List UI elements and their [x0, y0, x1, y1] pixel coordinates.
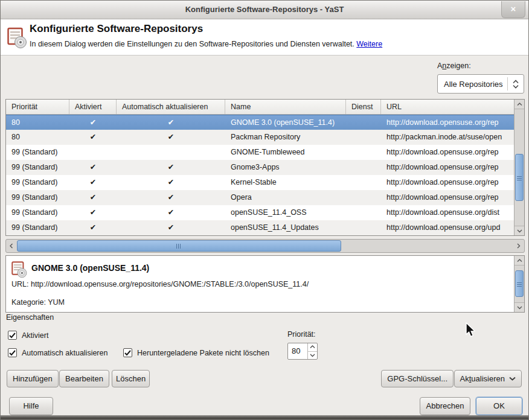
url-cell: http://download.opensuse.org/rep	[381, 115, 514, 130]
priority-cell: 99 (Standard)	[6, 220, 69, 235]
table-horizontal-scrollbar[interactable]	[5, 239, 525, 253]
scroll-up-icon[interactable]	[515, 100, 524, 109]
close-icon[interactable]: ×	[501, 1, 525, 18]
service-cell	[346, 145, 381, 160]
service-cell	[346, 130, 381, 145]
yast-repositories-window: Konfigurierte Software-Repositorys - YaS…	[0, 0, 529, 420]
column-header-enabled[interactable]: Aktiviert	[69, 100, 117, 114]
column-header-name[interactable]: Name	[225, 100, 346, 114]
enabled-check-icon: ✔	[69, 190, 117, 205]
priority-cell: 80	[6, 130, 69, 145]
scrollbar-thumb[interactable]	[515, 270, 524, 297]
enabled-check-icon: ✔	[69, 160, 117, 175]
url-cell: http://packman.inode.at/suse/open	[381, 130, 514, 145]
column-header-autorefresh[interactable]: Automatisch aktualisieren	[117, 100, 225, 114]
repository-icon	[11, 260, 28, 278]
checkbox-checked-icon[interactable]	[123, 348, 132, 357]
delete-button[interactable]: Löschen	[112, 370, 150, 387]
url-cell: http://download.opensuse.org/rep	[381, 175, 514, 190]
priority-cell: 80	[6, 115, 69, 130]
name-cell: openSUSE_11.4_OSS	[225, 205, 346, 220]
scroll-up-icon[interactable]	[515, 256, 524, 266]
window-title: Konfigurierte Software-Repositorys - YaS…	[1, 1, 528, 19]
scroll-left-icon[interactable]	[6, 240, 17, 252]
scroll-down-icon[interactable]	[515, 302, 524, 312]
column-header-url[interactable]: URL	[381, 100, 514, 114]
checkbox-checked-icon[interactable]	[8, 331, 17, 340]
column-header-priority[interactable]: Priorität	[6, 100, 69, 114]
repository-table: Priorität Aktiviert Automatisch aktualis…	[5, 99, 525, 236]
priority-label: Priorität:	[287, 330, 316, 339]
service-cell	[346, 220, 381, 235]
priority-value[interactable]: 80	[288, 343, 307, 359]
checkbox-checked-icon[interactable]	[8, 348, 17, 357]
dialog-header: Konfigurierte Software-Repositorys In di…	[1, 19, 528, 56]
table-row[interactable]: 80 ✔ ✔ Packman Repository http://packman…	[6, 130, 514, 145]
titlebar[interactable]: Konfigurierte Software-Repositorys - YaS…	[1, 1, 528, 19]
autorefresh-check-icon: ✔	[117, 160, 225, 175]
repository-icon	[7, 26, 28, 49]
autorefresh-check-icon: ✔	[117, 115, 225, 130]
priority-cell: 99 (Standard)	[6, 175, 69, 190]
page-description: In diesem Dialog werden die Einstellunge…	[30, 40, 382, 48]
repository-details-panel: GNOME 3.0 (openSUSE_11.4) URL: http://do…	[5, 255, 525, 313]
scroll-right-icon[interactable]	[513, 240, 524, 252]
scrollbar-thumb[interactable]	[515, 154, 524, 201]
autorefresh-check-icon	[117, 145, 225, 160]
priority-spinner[interactable]: 80	[287, 343, 318, 360]
priority-cell: 99 (Standard)	[6, 205, 69, 220]
table-header: Priorität Aktiviert Automatisch aktualis…	[6, 100, 514, 115]
weitere-link[interactable]: Weitere	[356, 40, 382, 48]
autorefresh-check-icon: ✔	[117, 175, 225, 190]
priority-cell: 99 (Standard)	[6, 160, 69, 175]
enabled-check-icon: ✔	[69, 115, 117, 130]
table-row[interactable]: 99 (Standard) ✔ ✔ Gnome3-Apps http://dow…	[6, 160, 514, 175]
enabled-check-icon: ✔	[69, 220, 117, 235]
table-row[interactable]: 80 ✔ ✔ GNOME 3.0 (openSUSE_11.4) http://…	[6, 115, 514, 130]
scroll-down-icon[interactable]	[515, 226, 524, 235]
filter-selected-value: Alle Repositories	[438, 80, 507, 89]
filter-label: Anzeigen:	[437, 62, 471, 70]
enabled-check-icon: ✔	[69, 205, 117, 220]
keep-packages-checkbox[interactable]: Heruntergeladene Pakete nicht löschen	[123, 348, 269, 357]
table-row[interactable]: 99 (Standard) ✔ ✔ openSUSE_11.4_OSS http…	[6, 205, 514, 220]
details-url: URL: http://download.opensuse.org/reposi…	[11, 280, 309, 288]
spinner-up-icon[interactable]	[308, 343, 317, 352]
service-cell	[346, 175, 381, 190]
priority-cell: 99 (Standard)	[6, 145, 69, 160]
scrollbar-thumb[interactable]	[17, 240, 341, 252]
cancel-button[interactable]: Abbrechen	[420, 397, 470, 415]
url-cell: http://download.opensuse.org/rep	[381, 160, 514, 175]
table-row[interactable]: 99 (Standard) ✔ ✔ Kernel-Stable http://d…	[6, 175, 514, 190]
help-button[interactable]: Hilfe	[9, 397, 53, 415]
name-cell: Kernel-Stable	[225, 175, 346, 190]
table-row[interactable]: 99 (Standard) ✔ ✔ openSUSE_11.4_Updates …	[6, 220, 514, 235]
name-cell: GNOME 3.0 (openSUSE_11.4)	[225, 115, 346, 130]
autorefresh-check-icon: ✔	[117, 205, 225, 220]
name-cell: openSUSE_11.4_Updates	[225, 220, 346, 235]
spinner-down-icon[interactable]	[308, 352, 317, 360]
name-cell: Packman Repository	[225, 130, 346, 145]
gpg-keys-button[interactable]: GPG-Schlüssel...	[381, 370, 454, 387]
column-header-service[interactable]: Dienst	[346, 100, 381, 114]
ok-button[interactable]: OK	[476, 397, 522, 415]
enabled-check-icon: ✔	[69, 175, 117, 190]
add-button[interactable]: Hinzufügen	[7, 370, 59, 387]
name-cell: Gnome3-Apps	[225, 160, 346, 175]
chevron-up-down-icon	[508, 80, 524, 89]
details-title: GNOME 3.0 (openSUSE_11.4)	[31, 263, 149, 273]
refresh-menu-button[interactable]: Aktualisieren	[454, 370, 522, 387]
service-cell	[346, 160, 381, 175]
edit-button[interactable]: Bearbeiten	[59, 370, 109, 387]
checkbox-label: Automatisch aktualisieren	[22, 349, 107, 357]
autorefresh-checkbox[interactable]: Automatisch aktualisieren	[8, 348, 107, 357]
table-row[interactable]: 99 (Standard) GNOME-Tumbleweed http://do…	[6, 145, 514, 160]
table-vertical-scrollbar[interactable]	[514, 100, 524, 235]
table-row[interactable]: 99 (Standard) ✔ ✔ Opera http://download.…	[6, 190, 514, 205]
enabled-checkbox[interactable]: Aktiviert	[8, 331, 48, 340]
name-cell: Opera	[225, 190, 346, 205]
details-vertical-scrollbar[interactable]	[514, 256, 524, 312]
service-cell	[346, 205, 381, 220]
repository-filter-select[interactable]: Alle Repositories	[437, 74, 524, 94]
details-category: Kategorie: YUM	[11, 298, 65, 307]
